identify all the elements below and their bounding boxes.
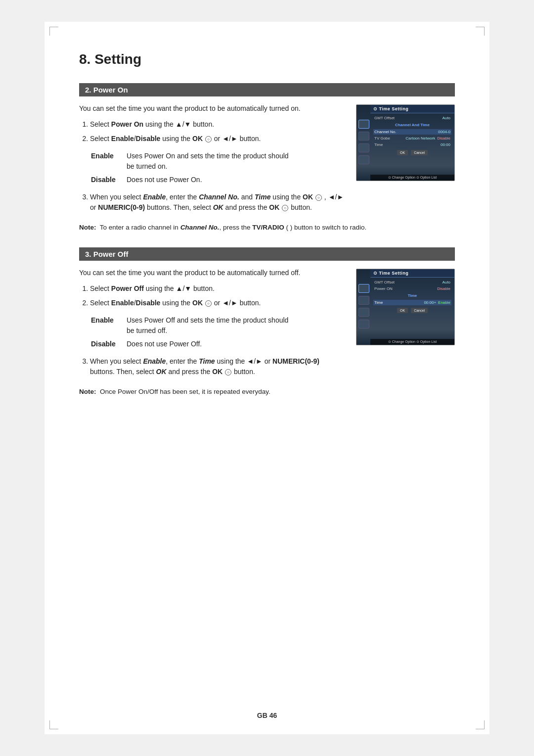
corner-bl — [49, 720, 58, 729]
tv-row-time-2: Time 00:00+ Enable — [373, 300, 451, 305]
power-off-step2-bold1: Enable — [111, 299, 134, 307]
power-off-note: Note: Once Power On/Off has been set, it… — [79, 387, 455, 397]
tv-ok-btn-1[interactable]: OK — [397, 150, 408, 155]
page-footer: GB 46 — [44, 711, 490, 719]
corner-br — [476, 720, 485, 729]
tv-channel-label: Channel No. — [374, 130, 438, 134]
tv-cancel-btn-1[interactable]: Cancel — [411, 150, 428, 155]
corner-tl — [49, 27, 58, 36]
ok-circle-5: ○ — [225, 369, 231, 376]
off-enable-desc: Uses Power Off and sets the time the pro… — [127, 314, 288, 337]
power-on-content-row: You can set the time you want the produc… — [79, 104, 455, 218]
tv-icon-4 — [358, 155, 369, 164]
tv-gmt-label: GMT Offset — [374, 116, 443, 120]
tv-left-icons-1 — [358, 120, 369, 164]
step3-numeric: NUMERIC(0-9) — [98, 203, 145, 211]
power-on-definitions: Enable Uses Power On and sets the time t… — [90, 149, 290, 187]
tv-cancel-btn-2[interactable]: Cancel — [411, 308, 428, 313]
power-off-step2-ok: OK — [192, 299, 203, 307]
ok-circle-4: ○ — [205, 300, 212, 307]
section-power-on: 2. Power On You can set the time you wan… — [79, 83, 455, 233]
power-off-enable-row: Enable Uses Power Off and sets the time … — [91, 314, 288, 337]
power-on-enable-row: Enable Uses Power On and sets the time t… — [91, 150, 289, 173]
ok-circle-3: ○ — [282, 205, 288, 211]
enable-label: Enable — [91, 150, 126, 173]
step3-channel: Channel No. — [199, 193, 239, 201]
screen-power-on: ⊙ Time Setting GMT Offset Auto Channel A… — [356, 104, 455, 181]
power-off-content-row: You can set the time you want the produc… — [79, 269, 455, 382]
power-on-step2-ok: OK — [192, 135, 203, 142]
enable-desc: Uses Power On and sets the time the prod… — [127, 150, 289, 173]
off-note-bold: Note: — [79, 388, 96, 395]
power-on-step2-bold1: Enable — [111, 135, 134, 142]
tv-channel-value: 0004-0 — [438, 130, 450, 134]
tv-ok-btn-2[interactable]: OK — [397, 308, 408, 313]
ok-circle-1: ○ — [205, 136, 212, 142]
tv-buttons-2: OK Cancel — [373, 306, 451, 315]
tv-left-icons-2 — [358, 284, 369, 329]
tv-icon-6 — [358, 296, 369, 305]
tv-icon-1 — [358, 120, 369, 129]
ok-circle-2: ○ — [315, 194, 322, 201]
tv-icon-5 — [358, 284, 369, 293]
power-off-step3-list: When you select Enable, enter the Time u… — [90, 356, 344, 377]
off-disable-label: Disable — [91, 338, 126, 350]
tv-main-content-2: ⊙ Time Setting GMT Offset Auto Power ON … — [370, 269, 454, 345]
off-step3-numeric: NUMERIC(0-9) — [272, 357, 319, 365]
tv-row-gmt: GMT Offset Auto — [373, 115, 451, 121]
tv-poweron-label: Power ON — [374, 286, 437, 291]
tv-label: TV Gobe — [374, 136, 405, 141]
tv-row-poweron: Power ON Disable — [373, 286, 451, 291]
off-step3-ok: OK — [156, 368, 167, 376]
power-off-disable-row: Disable Does not use Power Off. — [91, 338, 288, 350]
section-power-off-header: 3. Power Off — [79, 247, 455, 261]
tv-time-section-label: Time — [373, 293, 451, 298]
tv-screen-1: ⊙ Time Setting GMT Offset Auto Channel A… — [356, 105, 454, 181]
tv-bottom-1: ⊙ Change Option ⊙ Option List — [370, 175, 454, 181]
power-off-text: You can set the time you want the produc… — [79, 269, 344, 382]
tv-icon-2 — [358, 132, 369, 141]
page-title: 8. Setting — [79, 51, 455, 67]
power-on-text: You can set the time you want the produc… — [79, 104, 344, 218]
power-off-intro: You can set the time you want the produc… — [79, 269, 344, 277]
power-off-step-3: When you select Enable, enter the Time u… — [90, 356, 344, 377]
tv-menu-bar-1: ⊙ Time Setting — [370, 105, 454, 113]
screen-power-off: ⊙ Time Setting GMT Offset Auto Power ON … — [356, 269, 455, 345]
off-step3-ok2: OK — [212, 368, 222, 376]
disable-label: Disable — [91, 174, 126, 186]
tv-enable-val: Enable — [438, 300, 450, 305]
note-channel: Channel No. — [180, 224, 220, 231]
tv-buttons-1: OK Cancel — [373, 148, 451, 157]
power-off-definitions: Enable Uses Power Off and sets the time … — [90, 313, 289, 351]
power-on-note: Note: To enter a radio channel in Channe… — [79, 223, 455, 233]
tv-gmt-value: Auto — [443, 116, 450, 120]
power-on-steps: Select Power On using the ▲/▼ button. Se… — [90, 119, 344, 144]
tv-row-gmt-2: GMT Offset Auto — [373, 280, 451, 285]
tv-main-content-1: ⊙ Time Setting GMT Offset Auto Channel A… — [370, 105, 454, 181]
power-on-step3-list: When you select Enable, enter the Channe… — [90, 192, 344, 213]
tv-screen-2: ⊙ Time Setting GMT Offset Auto Power ON … — [356, 269, 454, 345]
tv-time-label-2: Time — [374, 300, 424, 305]
power-on-step-2: Select Enable/Disable using the OK ○ or … — [90, 134, 344, 144]
disable-desc: Does not use Power On. — [127, 174, 289, 186]
power-on-step-3: When you select Enable, enter the Channe… — [90, 192, 344, 213]
page: 8. Setting 2. Power On You can set the t… — [44, 22, 490, 734]
step3-time: Time — [255, 193, 270, 201]
section-power-on-header: 2. Power On — [79, 83, 455, 96]
off-note-text: Once Power On/Off has been set, it is re… — [100, 388, 270, 395]
tv-row-channel: Channel No. 0004-0 — [373, 129, 451, 135]
tv-row-time: Time 00:00 — [373, 142, 451, 147]
step3-ok1: OK — [303, 193, 313, 201]
tv-poweron-value: Disable — [437, 286, 450, 291]
tv-row-tv: TV Gobe Cartoon Network Disable — [373, 136, 451, 141]
power-off-step2-bold2: Disable — [136, 299, 161, 307]
power-off-steps: Select Power Off using the ▲/▼ button. S… — [90, 284, 344, 308]
tv-icon-8 — [358, 320, 369, 329]
tv-gmt-label-2: GMT Offset — [374, 280, 443, 284]
step3-enable: Enable — [143, 193, 166, 201]
page-number: GB 46 — [257, 711, 277, 719]
note-tvradio: TV/RADIO — [252, 224, 284, 231]
power-on-step2-bold2: Disable — [136, 135, 161, 142]
step3-ok3: OK — [269, 203, 279, 211]
tv-channel-time-label: Channel And Time — [373, 123, 451, 127]
